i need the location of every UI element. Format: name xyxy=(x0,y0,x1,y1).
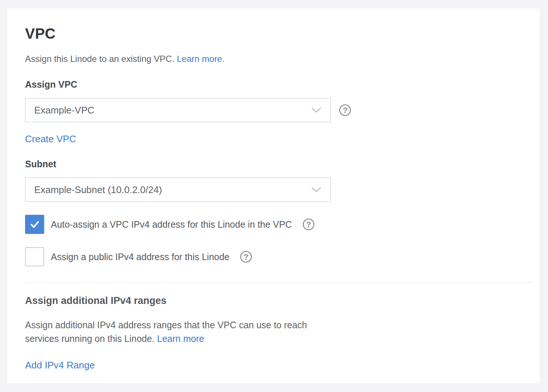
assign-vpc-row: Example-VPC ? xyxy=(25,98,522,122)
public-ip-checkbox[interactable] xyxy=(25,247,44,266)
panel-description: Assign this Linode to an existing VPC. L… xyxy=(25,53,522,65)
auto-assign-row: Auto-assign a VPC IPv4 address for this … xyxy=(25,215,522,234)
ranges-description: Assign additional IPv4 address ranges th… xyxy=(25,318,336,346)
svg-text:?: ? xyxy=(306,220,311,229)
checkmark-icon xyxy=(28,217,42,231)
create-vpc-link[interactable]: Create VPC xyxy=(25,133,76,145)
auto-assign-checkbox[interactable] xyxy=(25,215,44,234)
chevron-down-icon xyxy=(311,187,322,193)
ranges-title: Assign additional IPv4 ranges xyxy=(25,295,522,307)
public-ip-help-icon[interactable]: ? xyxy=(240,251,252,263)
assign-vpc-label: Assign VPC xyxy=(25,79,522,90)
subnet-row: Example-Subnet (10.0.2.0/24) xyxy=(25,178,522,202)
learn-more-link[interactable]: Learn more. xyxy=(177,54,224,64)
panel-description-text: Assign this Linode to an existing VPC. xyxy=(25,54,175,64)
section-divider xyxy=(25,282,533,283)
svg-text:?: ? xyxy=(342,106,347,115)
vpc-select-value: Example-VPC xyxy=(34,105,94,116)
panel-title: VPC xyxy=(25,25,522,42)
vpc-select[interactable]: Example-VPC xyxy=(25,98,331,122)
chevron-down-icon xyxy=(311,107,322,113)
ranges-learn-more-link[interactable]: Learn more xyxy=(157,333,204,344)
auto-assign-help-icon[interactable]: ? xyxy=(302,218,315,231)
subnet-label: Subnet xyxy=(25,159,522,169)
public-ip-label[interactable]: Assign a public IPv4 address for this Li… xyxy=(51,252,229,262)
vpc-panel: VPC Assign this Linode to an existing VP… xyxy=(7,8,540,383)
vpc-help-icon[interactable]: ? xyxy=(339,104,351,116)
public-ip-row: Assign a public IPv4 address for this Li… xyxy=(25,247,522,266)
subnet-select-value: Example-Subnet (10.0.2.0/24) xyxy=(34,184,162,196)
add-ipv4-range-link[interactable]: Add IPv4 Range xyxy=(25,360,95,371)
subnet-select[interactable]: Example-Subnet (10.0.2.0/24) xyxy=(25,178,331,202)
auto-assign-label[interactable]: Auto-assign a VPC IPv4 address for this … xyxy=(51,219,292,230)
svg-text:?: ? xyxy=(243,253,248,262)
